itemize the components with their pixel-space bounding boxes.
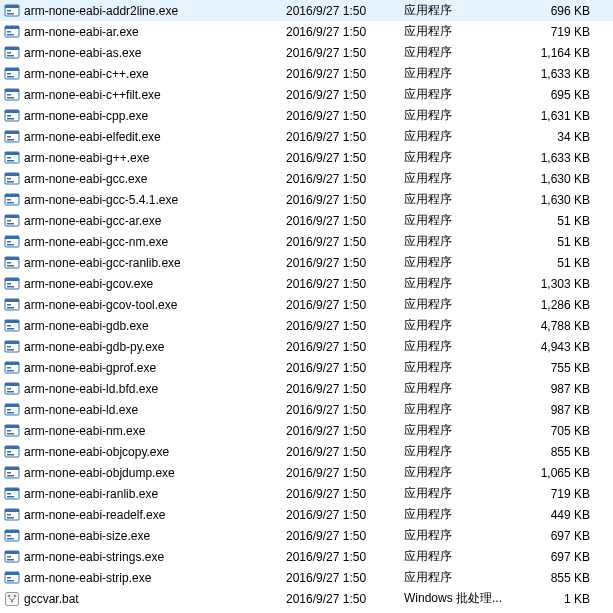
svg-rect-30 (7, 157, 11, 159)
batch-file-icon (4, 591, 20, 607)
file-date: 2016/9/27 1:50 (286, 256, 404, 270)
file-row[interactable]: arm-none-eabi-elfedit.exe2016/9/27 1:50应… (0, 126, 613, 147)
file-size: 987 KB (514, 382, 600, 396)
file-row[interactable]: arm-none-eabi-cpp.exe2016/9/27 1:50应用程序1… (0, 105, 613, 126)
file-size: 697 KB (514, 550, 600, 564)
file-size: 855 KB (514, 571, 600, 585)
svg-rect-27 (7, 139, 14, 141)
file-row[interactable]: arm-none-eabi-gcov.exe2016/9/27 1:50应用程序… (0, 273, 613, 294)
svg-point-114 (14, 594, 17, 597)
svg-rect-37 (5, 194, 19, 197)
svg-rect-93 (5, 488, 19, 491)
file-row[interactable]: arm-none-eabi-strip.exe2016/9/27 1:50应用程… (0, 567, 613, 588)
file-row[interactable]: arm-none-eabi-gcc-5.4.1.exe2016/9/27 1:5… (0, 189, 613, 210)
svg-rect-86 (7, 451, 11, 453)
svg-rect-67 (7, 349, 14, 351)
file-type: 应用程序 (404, 275, 514, 292)
file-row[interactable]: arm-none-eabi-addr2line.exe2016/9/27 1:5… (0, 0, 613, 21)
svg-rect-111 (7, 580, 14, 582)
file-date: 2016/9/27 1:50 (286, 130, 404, 144)
svg-rect-6 (7, 31, 11, 33)
svg-rect-112 (6, 592, 19, 605)
file-date: 2016/9/27 1:50 (286, 487, 404, 501)
file-name: arm-none-eabi-gdb-py.exe (24, 340, 286, 354)
file-row[interactable]: arm-none-eabi-ld.bfd.exe2016/9/27 1:50应用… (0, 378, 613, 399)
file-row[interactable]: arm-none-eabi-gdb-py.exe2016/9/27 1:50应用… (0, 336, 613, 357)
svg-rect-62 (7, 325, 11, 327)
file-type: 应用程序 (404, 128, 514, 145)
file-size: 855 KB (514, 445, 600, 459)
exe-file-icon (4, 486, 20, 502)
file-row[interactable]: arm-none-eabi-gcov-tool.exe2016/9/27 1:5… (0, 294, 613, 315)
svg-rect-77 (5, 404, 19, 407)
file-row[interactable]: arm-none-eabi-as.exe2016/9/27 1:50应用程序1,… (0, 42, 613, 63)
file-name: arm-none-eabi-strip.exe (24, 571, 286, 585)
svg-rect-33 (5, 173, 19, 176)
file-date: 2016/9/27 1:50 (286, 46, 404, 60)
svg-rect-90 (7, 472, 11, 474)
file-row[interactable]: arm-none-eabi-gcc-nm.exe2016/9/27 1:50应用… (0, 231, 613, 252)
file-date: 2016/9/27 1:50 (286, 403, 404, 417)
svg-rect-14 (7, 73, 11, 75)
svg-rect-9 (5, 47, 19, 50)
file-row[interactable]: arm-none-eabi-readelf.exe2016/9/27 1:50应… (0, 504, 613, 525)
file-row[interactable]: arm-none-eabi-objcopy.exe2016/9/27 1:50应… (0, 441, 613, 462)
file-row[interactable]: gccvar.bat2016/9/27 1:50Windows 批处理...1 … (0, 588, 613, 609)
file-row[interactable]: arm-none-eabi-strings.exe2016/9/27 1:50应… (0, 546, 613, 567)
file-type: 应用程序 (404, 254, 514, 271)
file-name: arm-none-eabi-gcc-ranlib.exe (24, 256, 286, 270)
svg-rect-49 (5, 257, 19, 260)
svg-rect-45 (5, 236, 19, 239)
svg-rect-10 (7, 52, 11, 54)
file-type: 应用程序 (404, 359, 514, 376)
file-type: 应用程序 (404, 317, 514, 334)
file-row[interactable]: arm-none-eabi-size.exe2016/9/27 1:50应用程序… (0, 525, 613, 546)
svg-rect-81 (5, 425, 19, 428)
svg-rect-75 (7, 391, 14, 393)
file-date: 2016/9/27 1:50 (286, 550, 404, 564)
file-date: 2016/9/27 1:50 (286, 571, 404, 585)
svg-rect-29 (5, 152, 19, 155)
file-name: arm-none-eabi-objcopy.exe (24, 445, 286, 459)
file-row[interactable]: arm-none-eabi-ar.exe2016/9/27 1:50应用程序71… (0, 21, 613, 42)
file-date: 2016/9/27 1:50 (286, 214, 404, 228)
svg-rect-82 (7, 430, 11, 432)
exe-file-icon (4, 87, 20, 103)
svg-rect-71 (7, 370, 14, 372)
file-row[interactable]: arm-none-eabi-g++.exe2016/9/27 1:50应用程序1… (0, 147, 613, 168)
svg-rect-106 (7, 556, 11, 558)
svg-rect-87 (7, 454, 14, 456)
file-row[interactable]: arm-none-eabi-gprof.exe2016/9/27 1:50应用程… (0, 357, 613, 378)
file-row[interactable]: arm-none-eabi-ranlib.exe2016/9/27 1:50应用… (0, 483, 613, 504)
file-type: 应用程序 (404, 65, 514, 82)
svg-rect-25 (5, 131, 19, 134)
file-row[interactable]: arm-none-eabi-c++filt.exe2016/9/27 1:50应… (0, 84, 613, 105)
svg-rect-35 (7, 181, 14, 183)
file-row[interactable]: arm-none-eabi-gcc.exe2016/9/27 1:50应用程序1… (0, 168, 613, 189)
file-name: arm-none-eabi-ld.exe (24, 403, 286, 417)
file-type: 应用程序 (404, 506, 514, 523)
file-row[interactable]: arm-none-eabi-nm.exe2016/9/27 1:50应用程序70… (0, 420, 613, 441)
file-type: 应用程序 (404, 44, 514, 61)
file-row[interactable]: arm-none-eabi-objdump.exe2016/9/27 1:50应… (0, 462, 613, 483)
file-row[interactable]: arm-none-eabi-c++.exe2016/9/27 1:50应用程序1… (0, 63, 613, 84)
file-row[interactable]: arm-none-eabi-gcc-ranlib.exe2016/9/27 1:… (0, 252, 613, 273)
file-name: arm-none-eabi-ld.bfd.exe (24, 382, 286, 396)
file-type: 应用程序 (404, 296, 514, 313)
file-date: 2016/9/27 1:50 (286, 193, 404, 207)
svg-rect-74 (7, 388, 11, 390)
file-row[interactable]: arm-none-eabi-gdb.exe2016/9/27 1:50应用程序4… (0, 315, 613, 336)
file-row[interactable]: arm-none-eabi-gcc-ar.exe2016/9/27 1:50应用… (0, 210, 613, 231)
file-name: arm-none-eabi-gprof.exe (24, 361, 286, 375)
file-size: 34 KB (514, 130, 600, 144)
file-row[interactable]: arm-none-eabi-ld.exe2016/9/27 1:50应用程序98… (0, 399, 613, 420)
svg-rect-47 (7, 244, 14, 246)
svg-rect-95 (7, 496, 14, 498)
file-name: arm-none-eabi-elfedit.exe (24, 130, 286, 144)
exe-file-icon (4, 45, 20, 61)
file-type: 应用程序 (404, 485, 514, 502)
svg-rect-15 (7, 76, 14, 78)
svg-rect-42 (7, 220, 11, 222)
file-date: 2016/9/27 1:50 (286, 340, 404, 354)
svg-rect-3 (7, 13, 14, 15)
